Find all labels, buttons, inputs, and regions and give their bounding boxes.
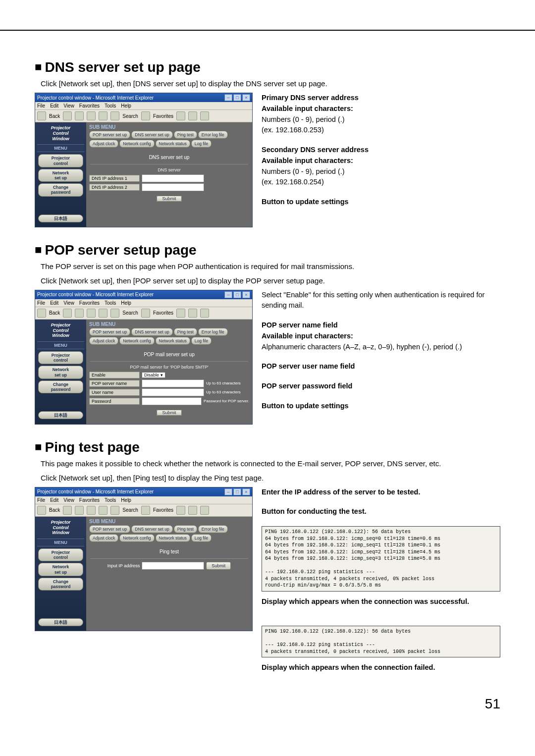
stop-icon[interactable] — [75, 111, 84, 120]
home-icon[interactable] — [99, 111, 107, 120]
dns-ip2-label: DNS IP address 2 — [89, 184, 140, 191]
close-icon[interactable]: × — [242, 291, 250, 298]
pop-server-label: POP server name — [89, 380, 140, 387]
menu-file[interactable]: File — [37, 103, 45, 108]
favorites-icon[interactable] — [141, 506, 150, 515]
search-icon[interactable] — [110, 309, 119, 318]
page-number: 51 — [485, 696, 500, 712]
home-icon[interactable] — [99, 506, 107, 515]
browser-title: Projector control window - Microsoft Int… — [37, 95, 154, 101]
ping-success-caption: Display which appears when the connectio… — [262, 596, 500, 607]
dns-ip1-input[interactable] — [142, 174, 204, 182]
submenu-label: SUB MENU — [89, 124, 249, 130]
menubar: File Edit View Favorites Tools Help — [35, 102, 252, 110]
history-icon[interactable] — [176, 506, 185, 515]
pop-pass-label: Password — [89, 398, 140, 405]
dns-ann2-title: Secondary DNS server address — [262, 145, 500, 156]
sidebar-item-projector-control[interactable]: Projector control — [38, 548, 83, 561]
print-icon[interactable] — [200, 111, 209, 120]
favorites-icon[interactable] — [141, 111, 150, 120]
menu-view[interactable]: View — [63, 103, 74, 108]
pop-enable-label: Enable — [89, 372, 140, 378]
submenu-ping[interactable]: Ping test — [174, 131, 197, 139]
refresh-icon[interactable] — [87, 506, 96, 515]
sidebar-item-network-setup[interactable]: Network set up — [38, 563, 83, 576]
print-icon[interactable] — [200, 309, 209, 318]
pop-user-label: User name — [89, 389, 140, 396]
history-icon[interactable] — [176, 309, 185, 318]
menu-label: MENU — [37, 144, 84, 152]
sidebar-item-network-setup[interactable]: Network set up — [38, 366, 83, 378]
menu-edit[interactable]: Edit — [50, 103, 58, 108]
sidebar-item-japanese[interactable]: 日本語 — [38, 215, 83, 222]
forward-icon[interactable] — [63, 506, 72, 515]
menu-help[interactable]: Help — [121, 103, 131, 108]
print-icon[interactable] — [200, 506, 209, 515]
search-icon[interactable] — [110, 506, 119, 515]
submenu-netcfg[interactable]: Network config — [119, 140, 154, 148]
close-icon[interactable]: × — [242, 488, 250, 495]
pop-heading: POP server setup page — [35, 242, 500, 258]
maximize-icon[interactable]: □ — [233, 488, 241, 495]
maximize-icon[interactable]: □ — [233, 94, 241, 101]
menu-tools[interactable]: Tools — [105, 103, 116, 108]
submenu-errlog[interactable]: Error log file — [198, 131, 228, 139]
ping-inner-title: Ping test — [89, 549, 249, 554]
favorites-icon[interactable] — [141, 309, 150, 318]
sidebar-item-network-setup[interactable]: Network set up — [38, 169, 83, 182]
sidebar-item-projector-control[interactable]: Projector control — [38, 154, 83, 167]
minimize-icon[interactable]: – — [224, 488, 232, 495]
pop-submit-button[interactable]: Submit — [157, 410, 181, 416]
stop-icon[interactable] — [75, 506, 84, 515]
ping-input-label: Input IP address — [107, 563, 140, 568]
ping-submit-button[interactable]: Submit — [206, 562, 231, 570]
pop-pass-input[interactable] — [142, 397, 202, 405]
sidebar-item-japanese[interactable]: 日本語 — [38, 618, 83, 626]
sidebar-item-change-password[interactable]: Change password — [38, 183, 83, 196]
menu-favorites[interactable]: Favorites — [79, 103, 100, 108]
sidebar: Projector Control Window MENU Projector … — [35, 122, 86, 227]
history-icon[interactable] — [176, 111, 185, 120]
refresh-icon[interactable] — [87, 111, 96, 120]
submenu-pop[interactable]: POP server set up — [89, 131, 130, 139]
mail-icon[interactable] — [188, 111, 197, 120]
sidebar-item-japanese[interactable]: 日本語 — [38, 411, 83, 419]
dns-body: Click [Network set up], then [DNS server… — [41, 78, 500, 89]
back-icon[interactable] — [37, 309, 46, 318]
dns-ann3: Button to update settings — [262, 197, 500, 208]
minimize-icon[interactable]: – — [224, 94, 232, 101]
pop-ann0: Select "Enable" for this setting only wh… — [262, 290, 500, 312]
back-icon[interactable] — [37, 506, 46, 515]
ping-ip-input[interactable] — [142, 562, 204, 570]
sidebar-item-change-password[interactable]: Change password — [38, 578, 83, 591]
minimize-icon[interactable]: – — [224, 291, 232, 298]
dns-ip2-input[interactable] — [142, 183, 204, 191]
maximize-icon[interactable]: □ — [233, 291, 241, 298]
submenu-clock[interactable]: Adjust clock — [89, 140, 118, 148]
close-icon[interactable]: × — [242, 94, 250, 101]
dns-heading: DNS server set up page — [35, 59, 500, 75]
mail-icon[interactable] — [188, 309, 197, 318]
pop-user-input[interactable] — [142, 388, 204, 396]
ping-fail-output: PING 192.168.0.122 (192.168.0.122): 56 d… — [262, 626, 500, 657]
submenu-logfile[interactable]: Log file — [191, 140, 212, 148]
refresh-icon[interactable] — [87, 309, 96, 318]
back-icon[interactable] — [37, 111, 46, 120]
ping-browser-window: Projector control window - Microsoft Int… — [35, 487, 253, 632]
pop-server-input[interactable] — [142, 379, 204, 387]
sidebar-item-projector-control[interactable]: Projector control — [38, 351, 83, 364]
forward-icon[interactable] — [63, 111, 72, 120]
submenu-netstat[interactable]: Network status — [156, 140, 190, 148]
sidebar-item-change-password[interactable]: Change password — [38, 380, 83, 393]
forward-icon[interactable] — [63, 309, 72, 318]
pop-enable-select[interactable]: Disable ▾ — [142, 372, 165, 378]
ping-success-output: PING 192.168.0.122 (192.168.0.122): 56 d… — [262, 526, 500, 592]
search-icon[interactable] — [110, 111, 119, 120]
dns-ann1-title: Primary DNS server address — [262, 93, 500, 104]
mail-icon[interactable] — [188, 506, 197, 515]
home-icon[interactable] — [99, 309, 107, 318]
dns-submit-button[interactable]: Submit — [157, 196, 181, 202]
stop-icon[interactable] — [75, 309, 84, 318]
ping-heading: Ping test page — [35, 439, 500, 455]
submenu-dns[interactable]: DNS server set up — [131, 131, 172, 139]
